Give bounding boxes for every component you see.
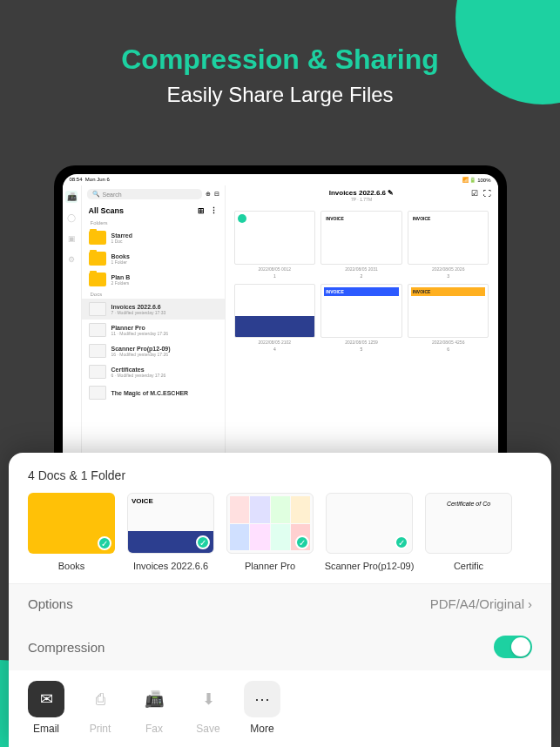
options-row[interactable]: Options PDF/A4/Original › — [9, 583, 551, 623]
page-thumbnail[interactable]: 2022/08/05 0012 1 — [234, 211, 316, 279]
folders-group-label: Folders — [82, 219, 225, 227]
fax-icon: 📠 — [136, 681, 172, 717]
tablet-device-frame: 08:54 Mon Jun 6 📶 🔋 100% 📠 ◯ ▣ ⚙ 🔍 Searc… — [54, 165, 507, 496]
doc-thumb: VOICE ✓ — [127, 493, 214, 554]
doc-item[interactable]: The Magic of M.C.ESCHER — [82, 382, 225, 403]
sidebar-header: All Scans ⊞ ⋮ — [82, 203, 225, 219]
share-item-label: Books — [58, 561, 85, 571]
action-save[interactable]: ⬇ Save — [190, 681, 226, 735]
compression-row: Compression — [9, 623, 551, 670]
page-thumbnail[interactable]: INVOICE 2022/08/05 2031 2 — [320, 211, 402, 279]
doc-thumb — [89, 344, 106, 358]
page-thumbnail[interactable]: INVOICE 2022/08/05 2026 3 — [408, 211, 489, 279]
hero: Compression & Sharing Easily Share Large… — [0, 0, 560, 133]
fullscreen-icon[interactable]: ⛶ — [483, 189, 491, 198]
page-thumbnail[interactable]: INVOICE 2022/08/05 1259 5 — [320, 284, 402, 352]
share-item-label: Scanner Pro(p12-09) — [325, 561, 415, 571]
doc-name: Planner Pro — [111, 325, 218, 331]
folder-name: Starred — [111, 232, 218, 239]
page-thumbnail[interactable]: 2022/08/05 2102 4 — [234, 284, 316, 352]
main-title: Invoices 2022.6.6 ✎ — [229, 189, 495, 197]
share-item-doc[interactable]: Certificate of Co Certific — [425, 493, 512, 571]
share-item-folder[interactable]: ✓ Books — [28, 493, 115, 571]
more-icon: ⋯ — [244, 681, 280, 717]
search-input[interactable]: 🔍 Search — [87, 189, 202, 199]
share-item-label: Planner Pro — [245, 561, 295, 571]
status-date: Mon Jun 6 — [85, 177, 110, 182]
page-thumbnail[interactable]: INVOICE 2022/08/05 4256 6 — [408, 284, 489, 352]
share-item-label: Certific — [454, 561, 483, 571]
doc-thumb: Certificate of Co — [425, 493, 512, 554]
screen: 08:54 Mon Jun 6 📶 🔋 100% 📠 ◯ ▣ ⚙ 🔍 Searc… — [63, 174, 498, 488]
more-icon[interactable]: ⋮ — [210, 206, 218, 215]
chevron-right-icon: › — [528, 596, 532, 611]
action-email[interactable]: ✉ Email — [28, 681, 64, 735]
scan-icon[interactable]: ⊟ — [214, 191, 219, 198]
action-fax[interactable]: 📠 Fax — [136, 681, 172, 735]
folder-icon — [89, 231, 106, 245]
doc-item[interactable]: Scanner Pro(p12-09) 16 · Modified yester… — [82, 340, 225, 361]
doc-thumb — [89, 365, 106, 379]
doc-name: Scanner Pro(p12-09) — [111, 346, 218, 352]
doc-meta: 7 · Modified yesterday 17:33 — [111, 310, 218, 315]
share-actions: ✉ Email ⎙ Print 📠 Fax ⬇ Save ⋯ More — [9, 670, 551, 735]
docs-group-label: Docs — [82, 290, 225, 299]
selected-check-icon: ✓ — [98, 536, 111, 550]
download-icon: ⬇ — [190, 681, 226, 717]
folder-item[interactable]: Plan B 2 Folders — [82, 269, 225, 290]
share-item-doc[interactable]: VOICE ✓ Invoices 2022.6.6 — [127, 493, 214, 571]
select-icon[interactable]: ☑ — [471, 189, 478, 198]
folder-item[interactable]: Starred 1 Doc — [82, 227, 225, 248]
main-meta: 7P · 1.77M — [229, 197, 495, 202]
status-bar: 08:54 Mon Jun 6 📶 🔋 100% — [63, 174, 498, 185]
doc-thumb — [89, 302, 106, 316]
folder-meta: 1 Doc — [111, 239, 218, 244]
edit-icon[interactable]: ✎ — [388, 189, 394, 197]
action-label: Fax — [145, 723, 163, 735]
share-item-doc[interactable]: ✓ Scanner Pro(p12-09) — [326, 493, 413, 571]
folder-icon — [89, 252, 106, 266]
hero-subtitle: Easily Share Large Files — [17, 83, 543, 107]
tab-settings-icon[interactable]: ⚙ — [65, 253, 78, 266]
search-icon: 🔍 — [92, 191, 100, 198]
doc-item[interactable]: Invoices 2022.6.6 7 · Modified yesterday… — [82, 299, 225, 320]
compression-toggle[interactable] — [494, 636, 532, 658]
new-folder-icon[interactable]: ⊞ — [198, 206, 205, 215]
folder-meta: 1 Folder — [111, 259, 218, 265]
doc-name: Invoices 2022.6.6 — [111, 304, 218, 310]
doc-thumb: ✓ — [326, 493, 413, 554]
share-items-row[interactable]: ✓ Books VOICE ✓ Invoices 2022.6.6 ✓ Plan… — [9, 493, 551, 583]
doc-item[interactable]: Certificates 6 · Modified yesterday 17:2… — [82, 361, 225, 382]
action-print[interactable]: ⎙ Print — [82, 681, 118, 735]
add-folder-icon[interactable]: ⊕ — [206, 191, 211, 198]
action-label: Print — [90, 723, 111, 735]
doc-meta: 11 · Modified yesterday 17:26 — [111, 331, 218, 336]
share-item-doc[interactable]: ✓ Planner Pro — [226, 493, 314, 571]
doc-name: Certificates — [111, 367, 218, 373]
doc-thumb: ✓ — [226, 493, 314, 554]
share-title: 4 Docs & 1 Folder — [9, 468, 551, 493]
doc-thumb — [89, 323, 106, 337]
action-more[interactable]: ⋯ More — [244, 681, 280, 735]
doc-thumb — [89, 386, 106, 400]
folder-meta: 2 Folders — [111, 280, 218, 286]
doc-item[interactable]: Planner Pro 11 · Modified yesterday 17:2… — [82, 320, 225, 340]
folder-name: Books — [111, 253, 218, 259]
tab-scanner-icon[interactable]: 📠 — [65, 191, 78, 203]
action-label: Email — [33, 723, 59, 735]
main-panel: Invoices 2022.6.6 ✎ 7P · 1.77M ☑ ⛶ 2022/… — [226, 185, 498, 488]
folder-item[interactable]: Books 1 Folder — [82, 248, 225, 269]
email-icon: ✉ — [28, 681, 64, 717]
status-time: 08:54 — [70, 177, 83, 182]
sidebar: 🔍 Search ⊕ ⊟ All Scans ⊞ ⋮ Folders — [82, 185, 226, 488]
doc-name: The Magic of M.C.ESCHER — [111, 390, 218, 396]
options-value: PDF/A4/Original › — [430, 596, 532, 611]
selected-check-icon: ✓ — [295, 535, 309, 549]
doc-meta: 6 · Modified yesterday 17:26 — [111, 373, 218, 378]
main-header: Invoices 2022.6.6 ✎ 7P · 1.77M ☑ ⛶ — [226, 185, 498, 205]
page-grid: 2022/08/05 0012 1 INVOICE 2022/08/05 203… — [226, 205, 498, 357]
doc-meta: 16 · Modified yesterday 17:26 — [111, 352, 218, 357]
tab-files-icon[interactable]: ▣ — [65, 232, 78, 245]
status-right: 📶 🔋 100% — [462, 177, 491, 183]
tab-cloud-icon[interactable]: ◯ — [65, 212, 78, 224]
